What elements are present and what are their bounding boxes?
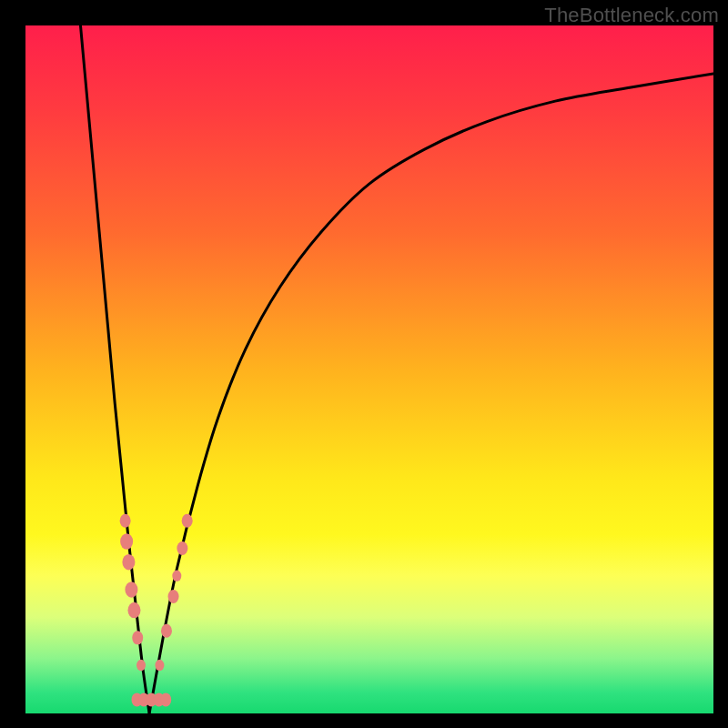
marker-dot [127, 602, 140, 619]
curve-layer [25, 25, 713, 713]
marker-dot [182, 514, 193, 528]
marker-dot [132, 631, 143, 644]
marker-dot [122, 554, 135, 571]
marker-dot [125, 581, 137, 598]
watermark-text: TheBottleneck.com [544, 4, 719, 27]
marker-dot [177, 541, 187, 555]
chart-frame: TheBottleneck.com [0, 0, 728, 728]
marker-dot [168, 590, 179, 603]
marker-dot [172, 571, 181, 582]
marker-dot [161, 624, 172, 638]
marker-dot [155, 660, 164, 672]
marker-dot [136, 660, 146, 672]
marker-dot [160, 693, 171, 706]
curve-right-branch [149, 74, 713, 713]
marker-dot [120, 514, 131, 528]
plot-area [25, 25, 713, 713]
marker-dot [120, 533, 133, 550]
